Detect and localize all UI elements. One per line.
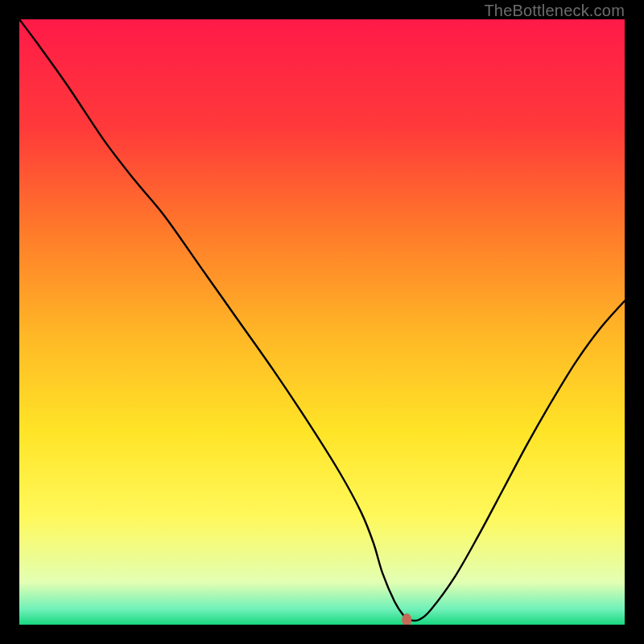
watermark-text: TheBottleneck.com xyxy=(484,2,625,20)
gradient-background xyxy=(19,19,625,625)
bottleneck-chart: TheBottleneck.com xyxy=(0,0,644,644)
plot-area xyxy=(19,19,625,625)
plot-svg xyxy=(19,19,625,625)
